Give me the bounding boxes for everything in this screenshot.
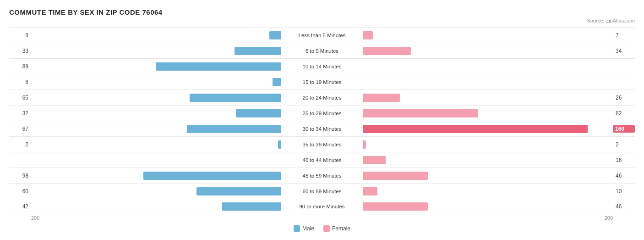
- row-label: 40 to 44 Minutes: [281, 157, 363, 163]
- right-half: [363, 29, 613, 41]
- male-bar: [190, 94, 281, 102]
- legend-male-label: Male: [302, 225, 314, 232]
- axis-labels: 200 200: [9, 215, 635, 221]
- female-value: 16: [613, 157, 635, 163]
- bars-container: 30 to 34 Minutes: [31, 123, 613, 135]
- bars-container: 20 to 24 Minutes: [31, 92, 613, 104]
- table-row: 9845 to 59 Minutes46: [9, 167, 635, 183]
- left-half: [31, 185, 281, 197]
- legend-male-box: [294, 225, 300, 232]
- male-value: 32: [9, 110, 31, 117]
- bars-container: 40 to 44 Minutes: [31, 154, 613, 166]
- male-value: 8: [9, 32, 31, 39]
- male-bar: [269, 31, 281, 39]
- table-row: 40 to 44 Minutes16: [9, 152, 635, 167]
- male-value: 33: [9, 48, 31, 54]
- chart-area: 8Less than 5 Minutes7335 to 9 Minutes348…: [9, 27, 635, 214]
- right-half: [363, 154, 613, 166]
- row-label: 45 to 59 Minutes: [281, 173, 363, 179]
- table-row: 4290 or more Minutes46: [9, 199, 635, 214]
- axis-left: 200: [31, 215, 39, 221]
- female-bar: [363, 94, 400, 102]
- left-half: [31, 107, 281, 119]
- female-value: 46: [613, 203, 635, 210]
- right-half: [363, 107, 613, 119]
- left-half: [31, 76, 281, 88]
- row-label: 5 to 9 Minutes: [281, 48, 363, 54]
- left-half: [31, 61, 281, 73]
- bars-container: 60 to 89 Minutes: [31, 185, 613, 197]
- bars-container: 10 to 14 Minutes: [31, 61, 613, 73]
- male-value: 67: [9, 126, 31, 132]
- chart-title: COMMUTE TIME BY SEX IN ZIP CODE 76064: [9, 8, 635, 16]
- female-bar: [363, 47, 411, 55]
- right-half: [363, 123, 613, 135]
- left-half: [31, 201, 281, 212]
- female-bar: [363, 156, 386, 164]
- female-value: 26: [613, 95, 635, 101]
- male-value: 89: [9, 63, 31, 70]
- female-value: 46: [613, 173, 635, 179]
- female-value: 2: [613, 141, 635, 148]
- row-label: Less than 5 Minutes: [281, 33, 363, 38]
- right-half: [363, 61, 613, 73]
- legend-female: Female: [323, 225, 350, 232]
- table-row: 8Less than 5 Minutes7: [9, 27, 635, 43]
- female-value: 10: [613, 188, 635, 195]
- table-row: 615 to 19 Minutes: [9, 74, 635, 89]
- row-label: 60 to 89 Minutes: [281, 189, 363, 194]
- table-row: 6060 to 89 Minutes10: [9, 183, 635, 199]
- left-half: [31, 45, 281, 57]
- male-bar: [222, 202, 281, 211]
- row-label: 15 to 19 Minutes: [281, 79, 363, 85]
- female-value: 34: [613, 48, 635, 54]
- left-half: [31, 29, 281, 41]
- male-bar: [236, 109, 281, 117]
- female-bar: [363, 109, 478, 117]
- male-bar: [235, 47, 281, 55]
- row-label: 35 to 39 Minutes: [281, 142, 363, 147]
- male-bar: [156, 62, 281, 71]
- axis-right: 200: [605, 215, 613, 221]
- female-bar: [363, 125, 588, 133]
- right-half: [363, 170, 613, 182]
- left-half: [31, 92, 281, 104]
- left-half: [31, 123, 281, 135]
- bars-container: 5 to 9 Minutes: [31, 45, 613, 57]
- row-label: 20 to 24 Minutes: [281, 95, 363, 100]
- female-bar: [363, 31, 373, 39]
- table-row: 6520 to 24 Minutes26: [9, 89, 635, 105]
- legend: Male Female: [9, 225, 635, 232]
- male-bar: [273, 78, 281, 86]
- table-row: 8910 to 14 Minutes: [9, 58, 635, 74]
- right-half: [363, 185, 613, 197]
- male-value: 6: [9, 79, 31, 85]
- female-value: 160: [613, 125, 635, 133]
- bars-container: 35 to 39 Minutes: [31, 139, 613, 151]
- bars-container: 15 to 19 Minutes: [31, 76, 613, 88]
- bars-container: 25 to 29 Minutes: [31, 107, 613, 119]
- male-bar: [187, 125, 281, 133]
- male-value: 60: [9, 188, 31, 195]
- left-half: [31, 154, 281, 166]
- row-label: 10 to 14 Minutes: [281, 64, 363, 69]
- table-row: 235 to 39 Minutes2: [9, 136, 635, 152]
- right-half: [363, 45, 613, 57]
- male-value: 98: [9, 173, 31, 179]
- legend-female-label: Female: [332, 225, 350, 232]
- row-label: 30 to 34 Minutes: [281, 126, 363, 132]
- table-row: 3225 to 29 Minutes82: [9, 105, 635, 121]
- female-value: 82: [613, 110, 635, 117]
- right-half: [363, 92, 613, 104]
- female-bar: [363, 202, 428, 211]
- female-bar: [363, 140, 366, 149]
- left-half: [31, 139, 281, 151]
- female-value: 7: [613, 32, 635, 39]
- male-bar: [143, 172, 281, 180]
- right-half: [363, 139, 613, 151]
- male-value: 42: [9, 203, 31, 210]
- bars-container: 45 to 59 Minutes: [31, 170, 613, 182]
- male-bar: [196, 187, 281, 195]
- table-row: 6730 to 34 Minutes160: [9, 121, 635, 136]
- row-label: 25 to 29 Minutes: [281, 111, 363, 116]
